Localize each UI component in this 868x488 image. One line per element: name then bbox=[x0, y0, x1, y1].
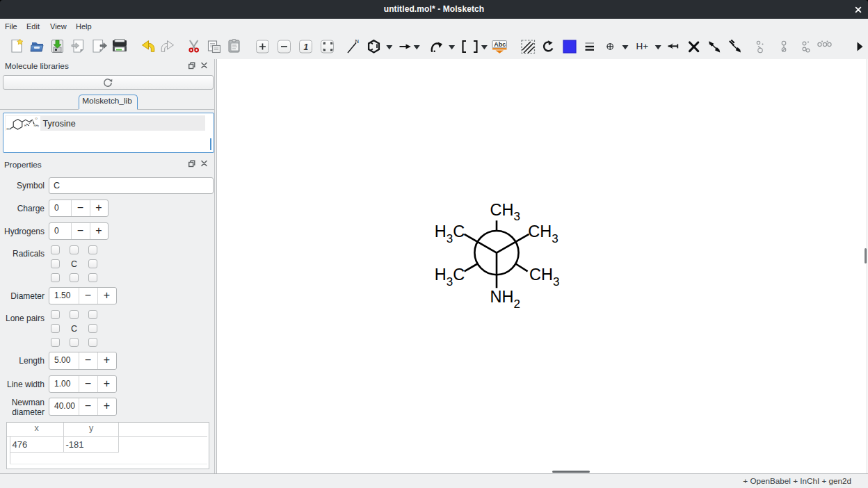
svg-text:H3C: H3C bbox=[435, 222, 465, 245]
svg-text:CH3: CH3 bbox=[490, 201, 520, 223]
svg-text:H+: H+ bbox=[636, 41, 649, 51]
svg-text:H3C: H3C bbox=[435, 266, 465, 288]
svg-text:CH3: CH3 bbox=[529, 266, 559, 288]
svg-text:CH3: CH3 bbox=[528, 222, 558, 245]
svg-text:2: 2 bbox=[38, 125, 39, 128]
svg-text:NH2: NH2 bbox=[490, 288, 520, 311]
svg-text:O: O bbox=[35, 116, 37, 120]
svg-text:Abc: Abc bbox=[494, 41, 506, 48]
svg-text:1: 1 bbox=[304, 42, 309, 52]
svg-text:N: N bbox=[355, 38, 359, 44]
svg-text:H: H bbox=[24, 123, 26, 127]
svg-text:HO: HO bbox=[6, 127, 10, 131]
